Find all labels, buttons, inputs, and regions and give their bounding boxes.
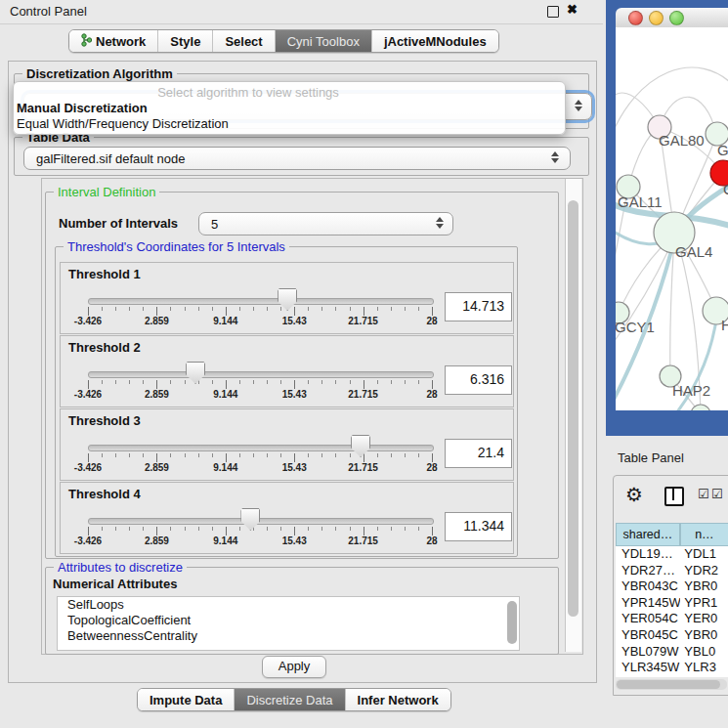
columns-icon[interactable] <box>664 487 684 506</box>
table-row[interactable]: YLR345WYLR3 <box>616 660 728 676</box>
tab-select[interactable]: Select <box>212 30 274 52</box>
threshold-value-field[interactable]: 11.344 <box>445 512 512 541</box>
tab-cyni-toolbox[interactable]: Cyni Toolbox <box>275 30 371 52</box>
num-intervals-spinner[interactable]: 5 <box>198 212 453 236</box>
scrollbar-thumb[interactable] <box>617 680 720 689</box>
popup-item-manual-discretization[interactable]: Manual Discretization <box>17 101 148 115</box>
slider-ticks <box>88 380 433 389</box>
tab-network[interactable]: Network <box>69 30 157 52</box>
table-cell: YPR145W <box>616 595 680 612</box>
scrollbar-thumb[interactable] <box>568 200 578 617</box>
attributes-group-title: Attributes to discretize <box>54 560 187 575</box>
slider-ticks <box>88 453 433 462</box>
network-node-label: GAL11 <box>618 193 663 210</box>
table-cell: YDR2 <box>680 563 728 579</box>
slider-track[interactable] <box>88 371 434 378</box>
threshold-value-field[interactable]: 21.4 <box>445 439 512 468</box>
tab-label: Infer Network <box>358 693 439 707</box>
threshold-panel-4: Threshold 4-3.4262.8599.14415.4321.71528… <box>60 482 514 554</box>
network-node-label: GAL4 <box>675 243 712 260</box>
tick-label: 2.859 <box>129 535 184 546</box>
slider-ticks <box>88 307 433 316</box>
threshold-value-field[interactable]: 6.316 <box>445 365 512 395</box>
float-window-icon[interactable] <box>547 6 559 18</box>
slider-track[interactable] <box>88 445 434 451</box>
table-cell: YIL0 <box>680 676 728 677</box>
table-row[interactable]: YIL052CYIL0 <box>616 676 728 677</box>
table-row[interactable]: YBR045CYBR0 <box>616 627 728 644</box>
slider-track[interactable] <box>88 298 434 305</box>
close-icon[interactable]: ✖ <box>567 2 578 17</box>
interval-definition-title: Interval Definition <box>54 185 159 199</box>
table-row[interactable]: YDR27…YDR2 <box>616 563 728 579</box>
tick-label: 15.43 <box>267 535 321 546</box>
tick-label: 2.859 <box>129 462 184 473</box>
apply-button[interactable]: Apply <box>262 656 326 678</box>
table-row[interactable]: YDL19…YDL1 <box>616 546 728 563</box>
numerical-attributes-list[interactable]: SelfLoopsTopologicalCoefficientBetweenne… <box>57 596 520 651</box>
tick-label: 9.144 <box>198 535 253 546</box>
network-window-titlebar[interactable] <box>616 8 728 28</box>
combo-stepper-icon <box>575 100 582 111</box>
network-canvas[interactable]: GAL80GCGAL11GAL4GCY1HHAP2 <box>616 27 728 410</box>
attribute-list-item[interactable]: BetweennessCentrality <box>58 628 519 644</box>
table-row[interactable]: YBL079WYBL0 <box>616 644 728 661</box>
network-node-label: H <box>721 317 728 333</box>
list-scrollbar-thumb[interactable] <box>507 601 517 644</box>
table-cell: YBR0 <box>680 578 728 595</box>
table-cell: YBR045C <box>616 627 680 644</box>
slider-track[interactable] <box>88 518 434 525</box>
threshold-panel-3: Threshold 3-3.4262.8599.14415.4321.71528… <box>60 408 514 481</box>
table-cell: YER0 <box>680 611 728 627</box>
table-cell: YDR27… <box>616 563 680 579</box>
tab-infer-network[interactable]: Infer Network <box>345 689 450 710</box>
tab-style[interactable]: Style <box>157 30 212 52</box>
column-header-1[interactable]: shared… <box>616 523 680 546</box>
table-cell: YPR1 <box>680 595 728 612</box>
table-cell: YBL0 <box>680 644 728 661</box>
checkbox-icon[interactable]: ☑ <box>698 487 709 501</box>
column-header-2[interactable]: n… <box>680 523 728 546</box>
table-row[interactable]: YER054CYER0 <box>616 611 728 627</box>
tick-label: 21.715 <box>336 535 391 546</box>
tick-label: 9.144 <box>198 462 253 473</box>
tab-label: Cyni Toolbox <box>287 34 360 49</box>
table-body: YDL19…YDL1YDR27…YDR2YBR043CYBR0YPR145WYP… <box>616 546 728 677</box>
combo-stepper-icon <box>551 151 559 163</box>
thresholds-group-title: Threshold's Coordinates for 5 Intervals <box>64 239 289 254</box>
tick-label: 15.43 <box>267 316 321 326</box>
attribute-list-item[interactable]: SelfLoops <box>58 597 519 613</box>
tab-label: Discretize Data <box>246 693 332 707</box>
tick-label: 15.43 <box>267 389 321 400</box>
tab-label: jActiveMNodules <box>384 34 487 49</box>
threshold-value-field[interactable]: 14.713 <box>445 292 512 321</box>
table-cell: YBR0 <box>680 627 728 644</box>
numerical-attributes-label: Numerical Attributes <box>53 577 177 591</box>
top-tab-bar: NetworkStyleSelectCyni ToolboxjActiveMNo… <box>68 29 499 53</box>
table-cell: YBR043C <box>616 578 680 595</box>
popup-item-equal-width-frequency[interactable]: Equal Width/Frequency Discretization <box>17 116 229 131</box>
tab-discretize-data[interactable]: Discretize Data <box>234 689 344 710</box>
settings-scrollbar[interactable] <box>565 179 581 652</box>
network-node-label: GCY1 <box>616 319 655 335</box>
close-traffic-light-icon[interactable] <box>628 11 643 25</box>
attribute-list-item[interactable]: TopologicalCoefficient <box>58 613 519 628</box>
slider-ticks <box>88 527 433 535</box>
tick-label: 21.715 <box>336 316 391 326</box>
table-row[interactable]: YPR145WYPR1 <box>616 595 728 612</box>
tab-jactivemnodules[interactable]: jActiveMNodules <box>371 30 498 52</box>
table-toolbar: ⚙ ☑ ☑ <box>614 476 728 519</box>
network-node-label: G <box>717 142 728 158</box>
tick-label: 21.715 <box>336 462 391 473</box>
algorithm-hint: Select algorithm to view settings <box>126 85 370 100</box>
checkbox-icon[interactable]: ☑ <box>711 487 723 501</box>
minimize-traffic-light-icon[interactable] <box>649 11 664 25</box>
gear-icon[interactable]: ⚙ <box>625 483 643 506</box>
zoom-traffic-light-icon[interactable] <box>669 11 684 25</box>
table-row[interactable]: YBR043CYBR0 <box>616 578 728 595</box>
table-cell: YER054C <box>616 611 680 627</box>
table-data-combobox[interactable]: galFiltered.sif default node <box>23 147 571 170</box>
tab-impute-data[interactable]: Impute Data <box>138 689 234 710</box>
table-cell: YDL1 <box>680 546 728 563</box>
table-hscrollbar[interactable] <box>616 679 727 690</box>
